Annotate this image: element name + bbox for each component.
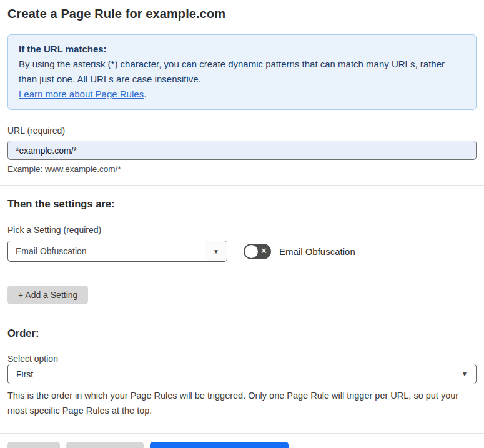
order-select-value: First bbox=[16, 369, 33, 379]
toggle-label: Email Obfuscation bbox=[279, 246, 355, 257]
setting-select-value: Email Obfuscation bbox=[8, 241, 205, 261]
page-title: Create a Page Rule for example.com bbox=[0, 0, 484, 27]
title-divider bbox=[0, 27, 484, 27]
footer-divider bbox=[0, 433, 484, 434]
email-obfuscation-toggle[interactable]: ✕ bbox=[244, 244, 271, 259]
setting-select[interactable]: Email Obfuscation ▼ bbox=[7, 241, 227, 262]
chevron-down-icon: ▼ bbox=[462, 371, 468, 377]
order-divider bbox=[0, 314, 484, 314]
info-box-body-text: By using the asterisk (*) character, you… bbox=[19, 59, 445, 84]
toggle-knob bbox=[245, 245, 258, 258]
section-divider bbox=[0, 185, 484, 186]
save-and-deploy-button[interactable]: Save and Deploy Page Rule bbox=[150, 442, 289, 448]
save-as-draft-button[interactable]: Save as Draft bbox=[66, 442, 144, 448]
cancel-button[interactable]: Cancel bbox=[7, 442, 60, 448]
info-box-link-row: Learn more about Page Rules. bbox=[19, 87, 465, 102]
setting-row: Email Obfuscation ▼ ✕ Email Obfuscation bbox=[7, 241, 477, 262]
chevron-down-icon[interactable]: ▼ bbox=[205, 241, 227, 261]
order-select-label: Select option bbox=[7, 354, 477, 364]
learn-more-link[interactable]: Learn more about Page Rules bbox=[19, 89, 144, 99]
link-period: . bbox=[144, 89, 146, 99]
info-box-heading: If the URL matches: bbox=[19, 42, 465, 57]
info-box-body: By using the asterisk (*) character, you… bbox=[19, 57, 465, 87]
toggle-off-x-icon: ✕ bbox=[260, 247, 267, 255]
order-help-text: This is the order in which your Page Rul… bbox=[7, 388, 470, 418]
url-example-hint: Example: www.example.com/* bbox=[7, 164, 477, 174]
footer-actions: Cancel Save as Draft Save and Deploy Pag… bbox=[7, 442, 477, 448]
order-select[interactable]: First ▼ bbox=[7, 364, 477, 384]
settings-section-heading: Then the settings are: bbox=[7, 198, 477, 210]
order-section-heading: Order: bbox=[7, 327, 477, 339]
url-match-info-box: If the URL matches: By using the asteris… bbox=[7, 34, 477, 110]
add-setting-button[interactable]: + Add a Setting bbox=[7, 286, 88, 304]
url-field-label: URL (required) bbox=[0, 126, 484, 136]
pick-setting-label: Pick a Setting (required) bbox=[7, 225, 477, 235]
email-obfuscation-toggle-wrap: ✕ Email Obfuscation bbox=[244, 244, 355, 259]
url-input[interactable] bbox=[7, 141, 477, 160]
